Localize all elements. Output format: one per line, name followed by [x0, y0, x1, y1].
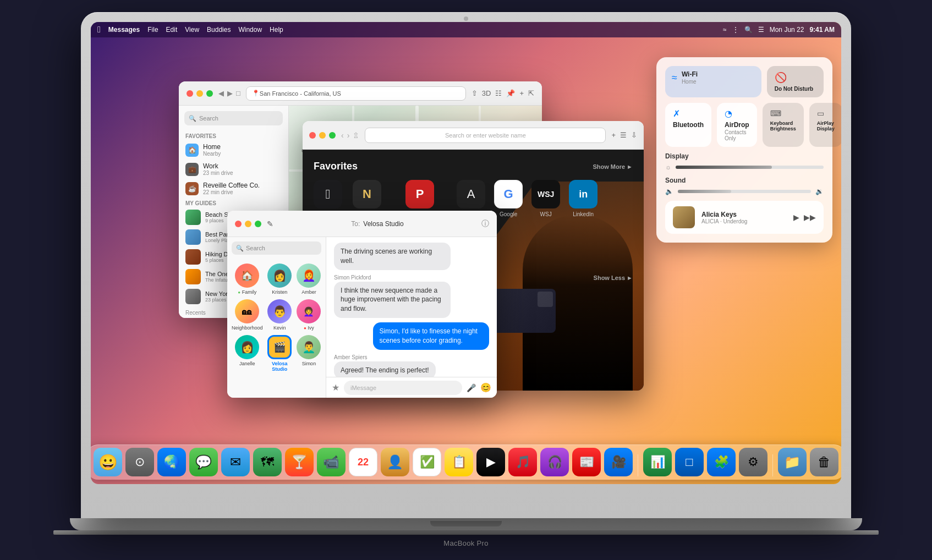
sound-slider[interactable]	[678, 190, 811, 193]
safari-maximize[interactable]	[329, 132, 336, 139]
messages-close[interactable]	[235, 221, 242, 227]
messages-minimize[interactable]	[245, 221, 251, 227]
dock-keynote[interactable]: □	[675, 448, 704, 476]
cc-dnd-tile[interactable]: 🚫 Do Not Disturb	[767, 66, 824, 97]
cc-bluetooth-tile[interactable]: ✗ Bluetooth	[665, 103, 711, 147]
menu-view[interactable]: View	[185, 26, 199, 34]
contact-janelle[interactable]: 👩 Janelle	[232, 335, 263, 372]
menu-bar:  Messages File Edit View Buddies Window…	[91, 22, 841, 37]
contact-kristen[interactable]: 👩 Kristen	[267, 263, 292, 295]
maps-home-item[interactable]: 🏠 Home Nearby	[179, 140, 288, 160]
control-center[interactable]: ≈ Wi-Fi Home 🚫 Do Not Disturb	[656, 57, 832, 243]
maps-directions-icon[interactable]: 📌	[506, 89, 515, 97]
safari-download-icon[interactable]: ⇩	[631, 131, 637, 139]
dock-systemprefs[interactable]: ⚙	[739, 448, 767, 476]
dock-messages[interactable]: 💬	[189, 448, 218, 476]
minimize-button[interactable]	[196, 90, 203, 97]
menu-file[interactable]: File	[147, 26, 158, 34]
menu-status-bluetooth[interactable]: ⋮	[732, 26, 739, 34]
maps-layers-icon[interactable]: ☷	[495, 89, 502, 97]
messages-search-bar[interactable]: 🔍 Search	[232, 241, 321, 255]
dock-finder[interactable]: 😀	[94, 448, 122, 476]
maps-search-input[interactable]: 🔍 Search	[184, 111, 283, 125]
cc-airplay-tile[interactable]: ▭ AirPlay Display	[809, 103, 841, 147]
maps-coffee-item[interactable]: ☕ Reveille Coffee Co. 22 min drive	[179, 179, 288, 198]
safari-minimize[interactable]	[319, 132, 326, 139]
maximize-button[interactable]	[206, 90, 213, 97]
chat-audio-icon[interactable]: 🎤	[467, 383, 476, 392]
chat-apps-icon[interactable]: ★	[332, 382, 339, 393]
messages-compose-icon[interactable]: ✎	[267, 219, 273, 228]
chat-emoji-icon[interactable]: 😊	[480, 382, 491, 393]
menu-edit[interactable]: Edit	[166, 26, 178, 34]
cc-now-playing[interactable]: Alicia Keys ALICIA · Underdog ▶ ▶▶	[665, 201, 824, 234]
contact-family[interactable]: 🏠 ● Family	[232, 263, 263, 295]
dock-photos[interactable]: 🍸	[285, 448, 314, 476]
cc-network-tile[interactable]: ≈ Wi-Fi Home	[665, 66, 761, 97]
cc-airdrop-tile[interactable]: ◔ AirDrop Contacts Only	[717, 103, 757, 147]
maps-add-icon[interactable]: +	[519, 89, 524, 97]
maps-fullscreen-icon[interactable]: ⇱	[528, 89, 534, 97]
dock-facetime[interactable]: 📹	[317, 448, 346, 476]
safari-close[interactable]	[309, 132, 316, 139]
apple-logo[interactable]: 	[97, 25, 101, 35]
safari-address-bar[interactable]: Search or enter website name	[365, 128, 606, 143]
messages-titlebar: ✎ To: Velosa Studio ⓘ	[227, 211, 497, 237]
menu-status-wifi[interactable]: ≈	[723, 26, 727, 34]
fav-wsj[interactable]: WSJ WSJ	[531, 180, 560, 217]
contact-velosa-selected[interactable]: 🎬 Velosa Studio	[267, 335, 292, 372]
cc-keyboard-tile[interactable]: ⌨ Keyboard Brightness	[763, 103, 804, 147]
now-playing-next-icon[interactable]: ▶▶	[804, 213, 816, 222]
messages-window[interactable]: ✎ To: Velosa Studio ⓘ 🔍 Search	[227, 211, 497, 398]
dock-calendar[interactable]: 22	[349, 448, 377, 476]
maps-work-item[interactable]: 💼 Work 23 min drive	[179, 160, 288, 179]
dock-news[interactable]: 📰	[572, 448, 601, 476]
close-button[interactable]	[187, 90, 193, 97]
maps-share-icon[interactable]: ⇧	[472, 89, 478, 97]
dock-notes[interactable]: 📋	[445, 448, 473, 476]
menu-help[interactable]: Help	[270, 26, 283, 34]
safari-new-tab-icon[interactable]: +	[611, 131, 616, 139]
safari-back-icon[interactable]: ‹	[341, 131, 344, 140]
volume-high-icon: 🔉	[815, 188, 824, 195]
menu-status-search[interactable]: 🔍	[744, 26, 753, 34]
fav-google[interactable]: G Google	[494, 180, 523, 217]
safari-forward-icon[interactable]: ›	[347, 131, 350, 140]
contact-simon[interactable]: 👨‍🦱 Simon	[297, 335, 321, 372]
contact-neighborhood[interactable]: 🏘 Neighborhood	[232, 299, 263, 331]
dock-launchpad[interactable]: ⊙	[125, 448, 154, 476]
menu-status-controlcenter[interactable]: ☰	[758, 26, 764, 34]
safari-share-icon[interactable]: ⇫	[353, 131, 359, 140]
menu-buddies[interactable]: Buddies	[207, 26, 231, 34]
dock-reminders[interactable]: ✅	[413, 448, 441, 476]
maps-toolbar-nav: ◀▶□	[218, 89, 240, 97]
dock-music[interactable]: 🎵	[508, 448, 537, 476]
safari-show-less[interactable]: Show Less ►	[594, 274, 633, 283]
menu-messages[interactable]: Messages	[108, 26, 140, 34]
dock-safari[interactable]: 🌏	[157, 448, 186, 476]
dock-appletv[interactable]: ▶	[476, 448, 505, 476]
dock-podcasts[interactable]: 🎧	[540, 448, 569, 476]
now-playing-play-icon[interactable]: ▶	[793, 213, 799, 222]
dock-contacts[interactable]: 👤	[381, 448, 409, 476]
messages-info-icon[interactable]: ⓘ	[481, 219, 489, 229]
dock-numbers[interactable]: 📊	[643, 448, 672, 476]
dock-clips[interactable]: 🎥	[604, 448, 633, 476]
safari-show-more[interactable]: Show More ►	[593, 161, 633, 172]
dock-maps[interactable]: 🗺	[253, 448, 282, 476]
safari-sidebar-icon[interactable]: ☰	[620, 131, 627, 139]
fav-linkedin[interactable]: in LinkedIn	[569, 180, 597, 217]
contact-ivy[interactable]: 👩‍🦱 ♥ ● Ivy	[297, 299, 321, 331]
display-slider[interactable]	[676, 166, 824, 169]
dock-trash[interactable]: 🗑	[810, 448, 838, 476]
menu-window[interactable]: Window	[238, 26, 262, 34]
dock-mail[interactable]: ✉	[221, 448, 250, 476]
contact-amber[interactable]: 👩‍🦰 Amber	[297, 263, 321, 295]
contact-kevin[interactable]: 👨 Kevin	[267, 299, 292, 331]
chat-input-field[interactable]: iMessage	[344, 381, 462, 395]
maps-info-icon[interactable]: 3D	[482, 89, 491, 97]
dock-appstore[interactable]: 🧩	[707, 448, 736, 476]
dock-folder[interactable]: 📁	[778, 448, 807, 476]
messages-maximize[interactable]	[255, 221, 261, 227]
desktop: ◀▶□ 📍 San Francisco - California, US ⇧ 3…	[91, 37, 841, 484]
